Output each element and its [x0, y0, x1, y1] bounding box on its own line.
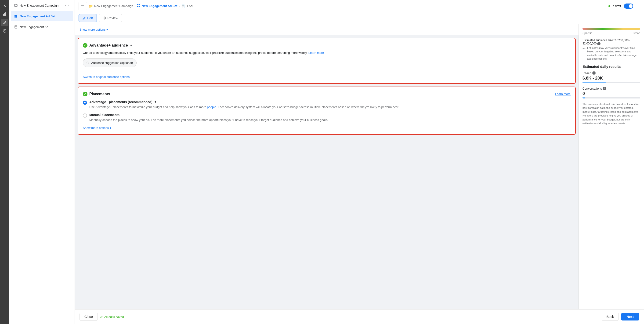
draft-status-dot — [608, 5, 610, 7]
more-options-btn[interactable]: ··· — [636, 4, 640, 9]
meter-label-broad: Broad — [633, 32, 640, 35]
tab-edit-label: Edit — [87, 16, 93, 20]
publish-toggle[interactable] — [624, 4, 633, 9]
audience-section: ✓ Advantage+ audience ✦ Our ad technolog… — [78, 38, 576, 84]
svg-rect-16 — [137, 6, 138, 7]
switch-audience-link[interactable]: Switch to original audience options — [83, 75, 130, 79]
conversations-label: Conversations i — [582, 87, 640, 90]
close-button[interactable]: Close — [80, 313, 98, 321]
placements-check-icon: ✓ — [83, 92, 88, 96]
ad-file-icon: 📄 — [181, 4, 185, 8]
svg-rect-12 — [82, 6, 84, 6]
reach-bar-container — [582, 82, 640, 83]
tab-edit[interactable]: Edit — [78, 14, 97, 22]
history-icon-btn[interactable] — [1, 27, 8, 35]
conversations-bar — [582, 97, 585, 99]
breadcrumb-adset[interactable]: New Engagement Ad Set — [142, 4, 178, 8]
edit-icon-btn[interactable] — [1, 19, 8, 26]
svg-rect-11 — [82, 5, 84, 6]
advantage-radio-inner — [84, 102, 86, 103]
reach-metric: Reach i 6.8K - 20K — [582, 71, 640, 83]
svg-rect-0 — [3, 14, 4, 16]
manual-placement-content: Manual placements Manually choose the pl… — [89, 113, 570, 122]
advantage-radio[interactable] — [83, 101, 87, 105]
meter-labels: Specific Broad — [582, 32, 640, 35]
sidebar-item-adset[interactable]: New Engagement Ad Set ··· — [11, 11, 73, 21]
sidebar-item-ad[interactable]: New Engagement Ad ··· — [11, 22, 73, 32]
breadcrumb: 📁 New Engagement Campaign › New Engageme… — [89, 4, 193, 8]
campaign-folder-icon: 📁 — [89, 4, 93, 8]
conversations-info-icon[interactable]: i — [603, 87, 606, 90]
edit-review-tabs: Edit Review — [75, 12, 644, 24]
audience-section-header: ✓ Advantage+ audience ✦ — [83, 43, 570, 48]
back-button[interactable]: Back — [602, 313, 619, 321]
advantage-placement-label: Advantage+ placements (recommended) ✦ — [89, 100, 570, 104]
svg-point-19 — [104, 18, 105, 19]
form-area: Show more options ▾ ✓ Advantage+ audienc… — [75, 24, 578, 309]
reach-bar — [582, 82, 606, 83]
audience-meter: Specific Broad — [582, 28, 640, 35]
breadcrumb-campaign[interactable]: New Engagement Campaign — [94, 4, 133, 8]
audience-description: Our ad technology automatically finds yo… — [83, 51, 570, 55]
conversations-metric: Conversations i 0 — [582, 87, 640, 99]
sidebar-ad-label: New Engagement Ad — [20, 25, 48, 29]
placements-header: ✓ Placements Learn more — [83, 92, 570, 96]
manual-placement-label: Manual placements — [89, 113, 570, 117]
sidebar-adset-label: New Engagement Ad Set — [20, 15, 56, 18]
audience-suggestion-btn[interactable]: ⊕ Audience suggestion (optional) — [83, 59, 136, 67]
estimated-size-info-icon[interactable]: i — [597, 42, 600, 45]
top-nav: 📁 New Engagement Campaign › New Engageme… — [75, 0, 644, 12]
meter-bar — [582, 28, 640, 30]
audience-sparkle-icon: ✦ — [130, 44, 132, 47]
breadcrumb-ad[interactable]: 1 Ad — [186, 4, 193, 8]
icon-bar: ✕ — [0, 0, 9, 324]
sidebar-toggle-btn[interactable] — [78, 2, 87, 10]
conversations-bar-container — [582, 97, 640, 99]
svg-rect-17 — [139, 6, 140, 7]
close-icon-btn[interactable]: ✕ — [1, 2, 8, 9]
svg-rect-2 — [6, 13, 6, 16]
svg-rect-6 — [14, 16, 16, 18]
svg-rect-1 — [4, 13, 5, 16]
sidebar-ad-more[interactable]: ··· — [64, 24, 70, 30]
manual-radio[interactable] — [83, 113, 87, 118]
show-more-top-section: Show more options ▾ — [75, 24, 578, 35]
placements-section: ✓ Placements Learn more — [78, 87, 576, 135]
reach-value: 6.8K - 20K — [582, 76, 640, 81]
audience-suggestion-label: Audience suggestion (optional) — [91, 61, 133, 65]
tab-review-label: Review — [107, 16, 118, 20]
sidebar-adset-more[interactable]: ··· — [64, 14, 70, 19]
audience-learn-more-link[interactable]: Learn more — [308, 51, 324, 55]
show-more-top-link[interactable]: Show more options ▾ — [80, 28, 574, 31]
sidebar-item-campaign[interactable]: New Engagement Campaign ··· — [11, 1, 73, 10]
daily-results-title: Estimated daily results — [582, 65, 640, 69]
sidebar-campaign-more[interactable]: ··· — [64, 3, 70, 8]
sidebar-campaign-label: New Engagement Campaign — [20, 4, 58, 7]
draft-status: In draft — [608, 4, 621, 8]
tab-review[interactable]: Review — [99, 14, 122, 22]
reach-info-icon[interactable]: i — [592, 71, 596, 75]
main-content: 📁 New Engagement Campaign › New Engageme… — [75, 0, 644, 324]
svg-rect-4 — [14, 15, 16, 16]
next-button[interactable]: Next — [621, 313, 639, 320]
chart-icon-btn[interactable] — [1, 10, 8, 18]
show-more-placements-link[interactable]: Show more options ▾ — [83, 126, 570, 130]
bottom-bar: Close All edits saved Back Next — [75, 309, 644, 324]
audience-check-icon: ✓ — [83, 43, 88, 48]
plus-icon: ⊕ — [86, 61, 89, 65]
placements-learn-more-link[interactable]: Learn more — [555, 92, 570, 96]
manual-placement-desc: Manually choose the places to show your … — [89, 118, 570, 122]
svg-rect-15 — [139, 4, 140, 6]
svg-rect-7 — [16, 16, 17, 18]
reach-label: Reach i — [582, 71, 640, 75]
file-icon — [14, 25, 18, 29]
meter-label-specific: Specific — [582, 32, 592, 35]
people-link[interactable]: people — [207, 105, 216, 109]
svg-rect-13 — [82, 7, 84, 7]
right-panel: Specific Broad Estimated audience size: … — [578, 24, 644, 309]
svg-rect-14 — [137, 4, 138, 6]
content-area: Show more options ▾ ✓ Advantage+ audienc… — [75, 24, 644, 309]
advantage-placement-content: Advantage+ placements (recommended) ✦ Us… — [89, 100, 570, 110]
estimated-size: Estimated audience size: 27,200,000 - 32… — [582, 39, 640, 45]
saved-indicator: All edits saved — [100, 315, 124, 318]
